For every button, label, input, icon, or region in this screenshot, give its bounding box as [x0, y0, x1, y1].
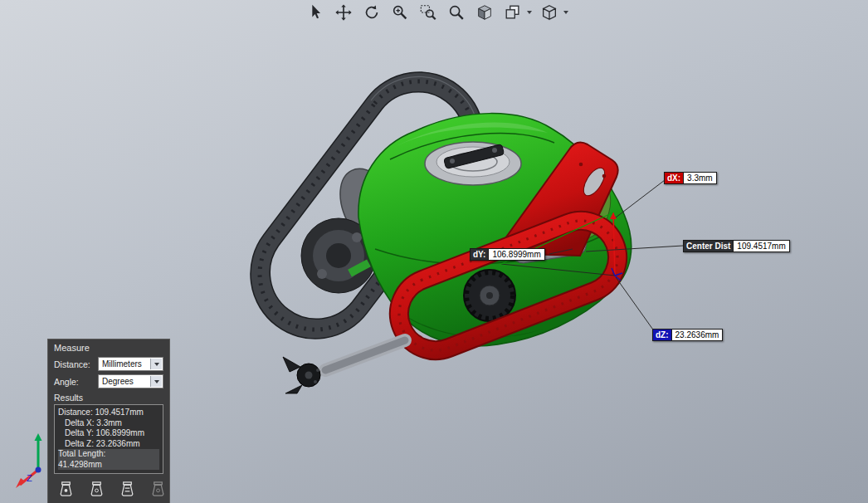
center-dist-value: 109.4517mm: [734, 240, 789, 252]
dx-value: 3.3mm: [684, 172, 717, 184]
angle-unit-row: Angle: Degrees: [48, 373, 169, 390]
measure-flask-button-1[interactable]: [55, 479, 76, 501]
rotate-icon: [363, 3, 381, 22]
measure-flask-button-2[interactable]: [85, 479, 107, 501]
measure-tool-icons: [55, 479, 168, 501]
triad-z-label: Z: [27, 473, 32, 483]
triad-y-arrowhead-icon: [35, 433, 42, 441]
zoom-button[interactable]: [445, 2, 467, 22]
select-tool-button[interactable]: [304, 2, 326, 22]
dz-badge: dZ:: [652, 329, 672, 341]
shaded-view-button[interactable]: [473, 2, 495, 22]
angle-unit-select[interactable]: Degrees: [98, 374, 163, 388]
dz-value: 23.2636mm: [672, 329, 724, 341]
results-box: Distance: 109.4517mm Delta X: 3.3mm Delt…: [54, 404, 163, 474]
pan-tool-button[interactable]: [332, 2, 354, 22]
angle-label: Angle:: [54, 377, 95, 387]
center-dist-badge: Center Dist: [683, 240, 734, 252]
zoom-area-icon: [419, 3, 437, 22]
result-total-length-label: Total Length:: [58, 449, 159, 460]
magnifier-icon: [447, 3, 466, 22]
callout-dz[interactable]: dZ: 23.2636mm: [652, 329, 723, 341]
top-turret[interactable]: [425, 142, 521, 185]
flask-icon: [119, 481, 136, 499]
triad-origin-dot: [36, 467, 41, 473]
measure-flask-button-3[interactable]: [116, 479, 138, 501]
view-orientation-button[interactable]: [501, 2, 524, 22]
callout-center-dist[interactable]: Center Dist 109.4517mm: [683, 240, 790, 252]
rotate-view-button[interactable]: [360, 2, 383, 22]
callout-dy[interactable]: dY: 106.8999mm: [470, 248, 545, 261]
view-toolbar: [304, 2, 568, 22]
flask-disabled-icon: [149, 481, 167, 499]
measure-panel: Measure Distance: Millimeters Angle: Deg…: [47, 339, 170, 503]
result-distance: Distance: 109.4517mm: [58, 408, 159, 418]
flask-icon: [57, 481, 75, 499]
measure-flask-button-4-disabled[interactable]: [147, 479, 168, 501]
shaded-cube-icon: [475, 3, 494, 22]
cad-application-window: { "app": { "type": "3d-cad-measure-view"…: [0, 0, 868, 503]
distance-label: Distance:: [54, 359, 95, 369]
angle-dropdown-caret-icon[interactable]: [150, 376, 162, 387]
dy-badge: dY:: [470, 248, 489, 261]
pan-icon: [334, 3, 353, 22]
dy-value: 106.8999mm: [489, 248, 544, 261]
result-total-length-value: 41.4298mm: [58, 460, 159, 471]
front-arm-gripper[interactable]: [283, 340, 405, 393]
angle-unit-value: Degrees: [102, 377, 134, 386]
distance-dropdown-caret-icon[interactable]: [150, 359, 162, 369]
view-orientation-dropdown-caret-icon[interactable]: [527, 11, 532, 14]
display-style-button[interactable]: [538, 2, 560, 22]
result-delta-x: Delta X: 3.3mm: [58, 418, 159, 429]
dx-badge: dX:: [664, 172, 684, 184]
measure-panel-title: Measure: [48, 339, 169, 355]
zoom-area-button[interactable]: [417, 2, 439, 22]
distance-unit-value: Millimeters: [102, 359, 142, 369]
zoom-fit-icon: [391, 3, 409, 22]
callout-dx[interactable]: dX: 3.3mm: [664, 172, 717, 184]
display-style-dropdown-caret-icon[interactable]: [563, 11, 568, 14]
flask-icon: [88, 481, 105, 499]
view-orientation-icon: [504, 3, 522, 22]
distance-unit-select[interactable]: Millimeters: [98, 357, 163, 371]
result-delta-z: Delta Z: 23.2636mm: [58, 439, 159, 450]
results-label: Results: [48, 390, 169, 403]
wireframe-cube-icon: [540, 3, 558, 22]
result-delta-y: Delta Y: 106.8999mm: [58, 428, 159, 439]
distance-unit-row: Distance: Millimeters: [48, 355, 169, 373]
drive-wheel[interactable]: [464, 270, 515, 321]
zoom-fit-button[interactable]: [388, 2, 411, 22]
select-arrow-icon: [306, 3, 324, 22]
